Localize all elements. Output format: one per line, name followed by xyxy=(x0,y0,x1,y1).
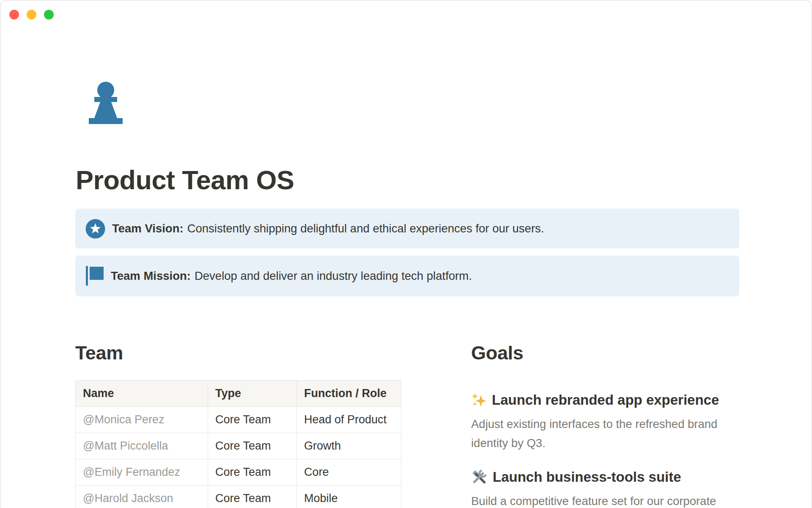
goals-column: Goals Launch rebranded app experience Ad… xyxy=(471,342,739,508)
close-window-button[interactable] xyxy=(9,10,19,19)
goal-title-text: Launch rebranded app experience xyxy=(492,391,719,409)
minimize-window-button[interactable] xyxy=(27,10,36,19)
team-mission-label: Team Mission: xyxy=(111,269,191,282)
team-vision-callout: Team Vision:Consistently shipping deligh… xyxy=(75,209,739,248)
type-cell[interactable]: Core Team xyxy=(208,433,297,459)
team-vision-text: Team Vision:Consistently shipping deligh… xyxy=(112,221,544,236)
zoom-window-button[interactable] xyxy=(44,10,54,19)
person-mention[interactable]: @Matt Piccolella xyxy=(76,433,208,459)
goal-title-rebranded-app: Launch rebranded app experience xyxy=(471,391,739,409)
tools-icon xyxy=(471,469,487,485)
flag-icon xyxy=(85,266,104,286)
table-row: @Emily Fernandez Core Team Core xyxy=(76,459,401,486)
star-badge-icon xyxy=(85,219,105,239)
goal-title-business-tools: Launch business-tools suite xyxy=(471,468,739,486)
two-column-section: Team Name Type Function / Role @Monica P… xyxy=(75,342,739,508)
app-window: Product Team OS Team Vision:Consistently… xyxy=(0,0,812,508)
role-cell[interactable]: Head of Product xyxy=(297,407,401,433)
table-row: @Harold Jackson Core Team Mobile xyxy=(76,486,401,508)
team-table: Name Type Function / Role @Monica Perez … xyxy=(75,380,401,508)
goal-description: Build a competitive feature set for our … xyxy=(471,491,739,508)
column-header-type[interactable]: Type xyxy=(208,381,297,407)
goal-description: Adjust existing interfaces to the refres… xyxy=(471,414,739,453)
team-mission-body: Develop and deliver an industry leading … xyxy=(195,269,472,282)
person-mention[interactable]: @Monica Perez xyxy=(76,407,208,433)
type-cell[interactable]: Core Team xyxy=(208,486,297,508)
team-mission-callout: Team Mission:Develop and deliver an indu… xyxy=(75,256,739,296)
sparkles-icon xyxy=(471,392,486,408)
page-title: Product Team OS xyxy=(76,165,294,195)
team-column: Team Name Type Function / Role @Monica P… xyxy=(75,342,471,508)
table-row: @Monica Perez Core Team Head of Product xyxy=(76,407,401,433)
window-controls xyxy=(9,10,54,19)
page-content: Product Team OS Team Vision:Consistently… xyxy=(75,0,739,508)
role-cell[interactable]: Core xyxy=(297,459,401,486)
team-vision-body: Consistently shipping delightful and eth… xyxy=(187,222,544,235)
person-mention[interactable]: @Emily Fernandez xyxy=(76,459,208,486)
team-vision-label: Team Vision: xyxy=(112,222,184,235)
team-heading: Team xyxy=(75,342,471,364)
goals-heading: Goals xyxy=(471,342,739,364)
goal-title-text: Launch business-tools suite xyxy=(493,468,681,486)
role-cell[interactable]: Mobile xyxy=(297,486,401,508)
type-cell[interactable]: Core Team xyxy=(208,407,297,433)
column-header-function-role[interactable]: Function / Role xyxy=(297,381,401,407)
chess-pawn-icon[interactable] xyxy=(85,79,126,125)
role-cell[interactable]: Growth xyxy=(297,433,401,459)
person-mention[interactable]: @Harold Jackson xyxy=(76,486,208,508)
table-header-row: Name Type Function / Role xyxy=(76,381,401,407)
type-cell[interactable]: Core Team xyxy=(208,459,297,486)
team-mission-text: Team Mission:Develop and deliver an indu… xyxy=(111,268,472,284)
table-row: @Matt Piccolella Core Team Growth xyxy=(76,433,401,459)
column-header-name[interactable]: Name xyxy=(76,381,208,407)
